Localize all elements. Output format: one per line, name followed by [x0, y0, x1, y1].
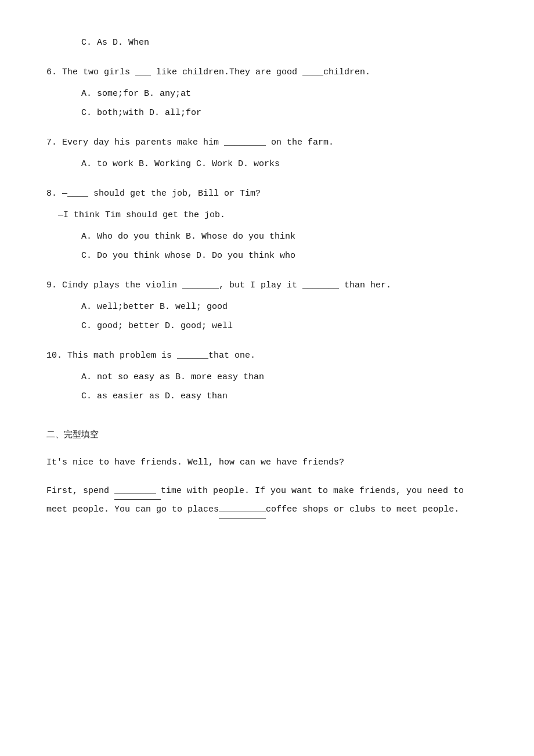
section-2-title: 二、完型填空: [46, 427, 488, 443]
question-9-text: 9. Cindy plays the violin _______, but I…: [46, 278, 488, 293]
question-8: 8. —____ should get the job, Bill or Tim…: [46, 186, 488, 264]
question-8-text: 8. —____ should get the job, Bill or Tim…: [46, 186, 488, 201]
question-8-options-2: C. Do you think whose D. Do you think wh…: [46, 248, 488, 264]
para2-blank1: ________: [114, 481, 161, 501]
para2-blank2: _________: [219, 500, 266, 519]
passage-paragraph-1: It's nice to have friends. Well, how can…: [46, 453, 488, 472]
question-6-text: 6. The two girls ___ like children.They …: [46, 64, 488, 80]
question-7-options-1: A. to work B. Working C. Work D. works: [46, 156, 488, 172]
question-6: 6. The two girls ___ like children.They …: [46, 64, 488, 121]
question-7-text: 7. Every day his parents make him ______…: [46, 135, 488, 150]
question-cd-row: C. As D. When: [46, 35, 488, 51]
section-2: 二、完型填空 It's nice to have friends. Well, …: [46, 427, 488, 519]
question-9-options-1: A. well;better B. well; good: [46, 299, 488, 315]
para2-end: coffee shops or clubs to meet people.: [266, 505, 459, 514]
question-6-options-2: C. both;with D. all;for: [46, 105, 488, 121]
question-10: 10. This math problem is ______that one.…: [46, 348, 488, 404]
question-9: 9. Cindy plays the violin _______, but I…: [46, 278, 488, 334]
question-8-reply: —I think Tim should get the job.: [46, 207, 488, 223]
question-10-options-2: C. as easier as D. easy than: [46, 388, 488, 404]
options-cd: C. As D. When: [46, 35, 488, 51]
question-10-text: 10. This math problem is ______that one.: [46, 348, 488, 363]
question-9-options-2: C. good; better D. good; well: [46, 318, 488, 334]
passage-paragraph-2: First, spend ________time with people. I…: [46, 481, 488, 519]
option-c-as: C. As D. When: [81, 38, 149, 48]
question-10-options-1: A. not so easy as B. more easy than: [46, 369, 488, 385]
question-7: 7. Every day his parents make him ______…: [46, 135, 488, 172]
question-6-options-1: A. some;for B. any;at: [46, 86, 488, 102]
question-8-options-1: A. Who do you think B. Whose do you thin…: [46, 229, 488, 244]
para2-pre: First, spend: [46, 486, 114, 496]
